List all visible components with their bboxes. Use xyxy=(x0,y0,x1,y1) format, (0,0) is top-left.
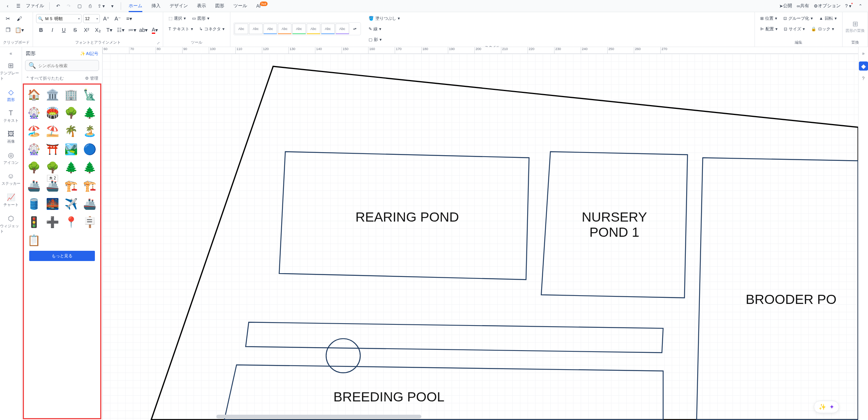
font-size-select[interactable]: 12▾ xyxy=(83,14,100,23)
redo-button[interactable]: ↷ xyxy=(64,2,73,11)
shape-symbol[interactable]: 🌲 xyxy=(82,105,98,120)
ai-diamond-button[interactable]: ✦ xyxy=(829,403,834,411)
shape-symbol[interactable]: 🏗️ xyxy=(82,178,98,193)
shape-symbol[interactable]: 🔵 xyxy=(82,142,98,157)
shape-symbol[interactable]: ✈️ xyxy=(64,196,79,211)
style-item[interactable]: Abc xyxy=(292,24,306,34)
shape-symbol[interactable]: 🌳 xyxy=(26,160,41,175)
more-quick-button[interactable]: ▾ xyxy=(108,2,117,11)
back-button[interactable]: ‹ xyxy=(3,2,12,11)
shrink-font-button[interactable]: A⁻ xyxy=(113,14,123,24)
manage-button[interactable]: ⚙ 管理 xyxy=(85,76,98,81)
superscript-button[interactable]: X² xyxy=(82,25,91,35)
menu-icon[interactable]: ☰ xyxy=(14,2,23,11)
cut-button[interactable]: ✂ xyxy=(3,14,13,24)
connector-tool[interactable]: ↳ コネクタ ▾ xyxy=(197,24,227,33)
shape-symbol[interactable]: 🏝️ xyxy=(82,123,98,138)
symbol-search-input[interactable] xyxy=(38,63,96,68)
shape-symbol[interactable]: 🌲 xyxy=(82,160,98,175)
fold-all-button[interactable]: ⌃ すべて折りたたむ xyxy=(26,76,64,81)
text-direction-button[interactable]: ab▾ xyxy=(139,25,148,35)
shape-symbol[interactable]: 🏖️ xyxy=(26,123,41,138)
shape-symbol[interactable]: 🏗️ xyxy=(64,178,79,193)
select-tool[interactable]: ⬚ 選択 ▾ xyxy=(166,14,188,23)
shape-symbol[interactable]: 📍 xyxy=(64,214,79,230)
shape-symbol[interactable]: 🏛️ xyxy=(45,87,60,102)
shape-symbol[interactable]: 🎡 xyxy=(26,142,41,157)
font-color-button[interactable]: A▾ xyxy=(150,25,160,35)
shape-symbol[interactable]: 🚢 xyxy=(26,178,41,193)
options-button[interactable]: ⚙ オプション xyxy=(812,2,842,11)
line-button[interactable]: ✎ 線 ▾ xyxy=(366,24,402,33)
fill-button[interactable]: 🪣 塗りつぶし ▾ xyxy=(366,14,402,23)
list-button[interactable]: ≔▾ xyxy=(127,25,137,35)
style-gallery[interactable]: Abc Abc Abc Abc Abc Abc Abc Abc ▴▾ xyxy=(233,22,361,35)
copy-button[interactable]: ❐ xyxy=(3,25,13,35)
more-shapes-button[interactable]: もっと見る xyxy=(29,251,95,261)
shape-symbol[interactable]: 🎡 xyxy=(26,105,41,120)
file-menu[interactable]: ファイル xyxy=(24,2,46,11)
tab-shape[interactable]: 図形 xyxy=(211,0,228,12)
sidebar-chart[interactable]: 📈チャート xyxy=(0,190,22,211)
tab-tool[interactable]: ツール xyxy=(230,0,251,12)
rotate-button[interactable]: ▲ 回転 ▾ xyxy=(817,14,839,23)
shape-symbol[interactable]: 🏟️ xyxy=(45,105,60,120)
canvas[interactable]: REARING POND NURSERY POND 1 BROODER PO B… xyxy=(102,54,858,420)
sidebar-text[interactable]: Tテキスト xyxy=(0,106,22,126)
bold-button[interactable]: B xyxy=(36,25,46,35)
text-effects-button[interactable]: T▾ xyxy=(104,25,114,35)
style-item[interactable]: Abc xyxy=(235,24,248,34)
shape-symbol[interactable]: 🌴 xyxy=(64,123,79,138)
print-button[interactable]: ⎙ xyxy=(85,2,95,11)
line-spacing-button[interactable]: ☷▾ xyxy=(116,25,126,35)
font-launcher[interactable]: ⤢ xyxy=(157,41,160,45)
shape-symbol[interactable]: 🚢 xyxy=(82,196,98,211)
tab-view[interactable]: 表示 xyxy=(193,0,210,12)
shadow-button[interactable]: ▢ 影 ▾ xyxy=(366,35,402,44)
subscript-button[interactable]: X₂ xyxy=(93,25,103,35)
style-item[interactable]: Abc xyxy=(278,24,291,34)
horizontal-scrollbar[interactable] xyxy=(216,415,421,418)
shape-symbol[interactable]: ➕ xyxy=(45,214,60,230)
sidebar-template[interactable]: ⊞テンプレート xyxy=(0,58,22,84)
shape-tool[interactable]: ▭ 図形 ▾ xyxy=(190,14,212,23)
export-button[interactable]: ⇪ ▾ xyxy=(96,2,106,11)
italic-button[interactable]: I xyxy=(47,25,57,35)
tab-design[interactable]: デザイン xyxy=(166,0,192,12)
font-select[interactable]: 🔍 ＭＳ 明朝▾ xyxy=(36,14,82,23)
style-item[interactable]: Abc xyxy=(321,24,335,34)
text-tool[interactable]: T テキスト ▾ xyxy=(166,24,195,33)
publish-button[interactable]: ➤ 公開 xyxy=(778,2,794,11)
shape-symbol[interactable]: 🚢 xyxy=(45,178,60,193)
collapse-sidebar-button[interactable]: « xyxy=(8,49,14,58)
shape-symbol[interactable]: 🏢 xyxy=(64,87,79,102)
underline-button[interactable]: U xyxy=(59,25,69,35)
sidebar-widget[interactable]: ⬡ウィジェット xyxy=(0,211,22,237)
sidebar-image[interactable]: 🖼画像 xyxy=(0,127,22,147)
align-button[interactable]: ≡▾ xyxy=(124,14,134,24)
position-button[interactable]: ⊞ 位置 ▾ xyxy=(758,14,780,23)
group-button[interactable]: ⊡ グループ化 ▾ xyxy=(781,14,815,23)
shape-symbol[interactable]: 📋 xyxy=(26,233,41,248)
tab-insert[interactable]: 挿入 xyxy=(148,0,164,12)
help-button[interactable]: ? ▾• xyxy=(844,2,854,11)
right-diamond-button[interactable]: ◆ xyxy=(859,61,868,71)
expand-right-button[interactable]: » xyxy=(859,49,868,58)
shape-symbol[interactable]: ⛩️ xyxy=(45,142,60,157)
sidebar-icon[interactable]: ◎アイコン xyxy=(0,148,22,168)
symbol-search[interactable]: 🔍 xyxy=(25,60,99,71)
tab-home[interactable]: ホーム xyxy=(125,0,146,12)
collapse-ribbon-button[interactable]: ⌃ xyxy=(856,2,865,11)
shape-symbol[interactable]: 🏠 xyxy=(26,87,41,102)
help-icon[interactable]: ? xyxy=(859,74,868,83)
share-button[interactable]: ∞ 共有 xyxy=(795,2,811,11)
undo-button[interactable]: ↶ xyxy=(54,2,63,11)
style-item[interactable]: Abc xyxy=(307,24,320,34)
shape-symbol[interactable]: 🌉 xyxy=(45,196,60,211)
shape-symbol[interactable]: ⛱️ xyxy=(45,123,60,138)
shape-symbol[interactable]: 🌳 xyxy=(64,105,79,120)
shape-symbol[interactable]: 🏞️ xyxy=(64,142,79,157)
strike-button[interactable]: S xyxy=(70,25,80,35)
save-button[interactable]: ▢ xyxy=(75,2,84,11)
tab-ai[interactable]: AIhot xyxy=(252,0,272,12)
